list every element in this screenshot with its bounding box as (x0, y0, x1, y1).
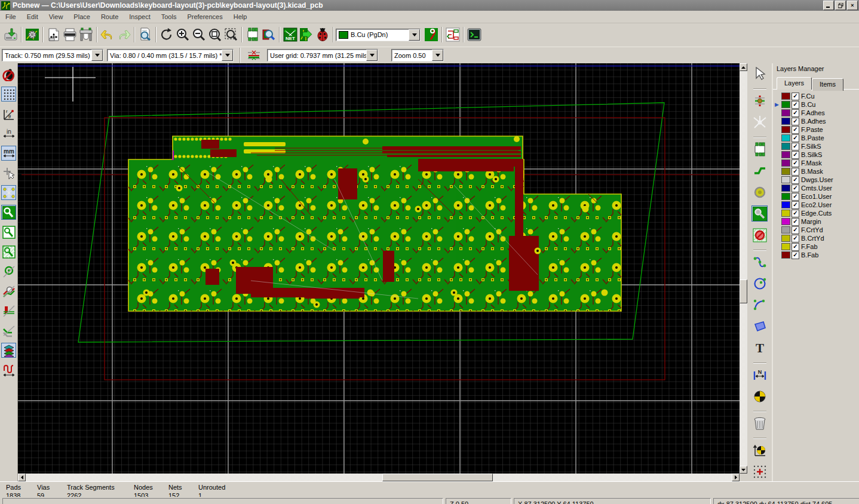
layer-row-f-silks[interactable]: ✓F.SilkS (781, 142, 859, 150)
select-tool-button[interactable] (751, 66, 768, 82)
layer-visibility-checkbox[interactable]: ✓ (791, 251, 799, 259)
scroll-right-button[interactable] (732, 474, 740, 481)
layer-visibility-checkbox[interactable]: ✓ (791, 159, 799, 167)
layer-color-swatch[interactable] (781, 251, 790, 259)
close-button[interactable]: × (847, 1, 858, 10)
zones-outline-toggle[interactable] (1, 225, 16, 239)
layer-row-eco1-user[interactable]: ✓Eco1.User (781, 192, 859, 201)
layer-visibility-checkbox[interactable]: ✓ (791, 185, 799, 192)
vertical-scroll-thumb[interactable] (740, 279, 747, 303)
tab-items[interactable]: Items (812, 78, 843, 91)
layer-color-swatch[interactable] (781, 235, 790, 242)
scripting-console-button[interactable] (466, 27, 482, 43)
layer-visibility-checkbox[interactable]: ✓ (791, 201, 799, 209)
route-tracks-button[interactable] (751, 162, 768, 179)
track-width-dropdown-arrow[interactable] (91, 50, 103, 61)
layer-color-swatch[interactable] (781, 226, 790, 233)
highlight-net-tool-button[interactable] (423, 27, 439, 43)
layer-color-swatch[interactable] (781, 185, 790, 192)
layer-color-swatch[interactable] (781, 210, 790, 217)
restore-button[interactable] (835, 1, 846, 10)
layer-row-eco2-user[interactable]: ✓Eco2.User (781, 201, 859, 209)
menu-route[interactable]: Route (96, 11, 124, 22)
layer-row-b-cu[interactable]: ▶✓B.Cu (781, 100, 859, 109)
zoom-out-button[interactable] (191, 27, 207, 43)
layer-color-swatch[interactable] (781, 109, 790, 116)
scroll-down-button[interactable] (740, 466, 747, 474)
drc-button[interactable] (314, 27, 330, 43)
microwave-tools-button[interactable] (1, 362, 16, 377)
undo-button[interactable] (99, 27, 115, 43)
add-keepout-area-button[interactable] (751, 227, 768, 243)
layer-row-b-paste[interactable]: ✓B.Paste (781, 134, 859, 142)
add-dimension-button[interactable]: N (751, 367, 768, 383)
minimize-button[interactable] (823, 1, 834, 10)
add-footprint-button[interactable] (751, 141, 768, 157)
layer-color-swatch[interactable] (781, 126, 790, 133)
layer-row-f-mask[interactable]: ✓F.Mask (781, 159, 859, 167)
layer-row-edge-cuts[interactable]: ✓Edge.Cuts (781, 209, 859, 217)
menu-preferences[interactable]: Preferences (182, 11, 228, 22)
scroll-up-button[interactable] (740, 63, 747, 71)
tracks-sketch-toggle[interactable] (1, 284, 16, 299)
layer-visibility-checkbox[interactable]: ✓ (791, 93, 799, 100)
layer-color-swatch[interactable] (781, 143, 790, 150)
grid-dropdown-arrow[interactable] (366, 50, 378, 61)
cursor-shape-toggle[interactable] (1, 165, 16, 180)
layer-color-swatch[interactable] (781, 243, 790, 250)
add-target-button[interactable] (751, 388, 768, 404)
board-setup-button[interactable] (24, 27, 40, 43)
auto-track-width-button[interactable] (246, 48, 261, 63)
interactive-router-settings-button[interactable] (444, 27, 461, 43)
outline-display-toggle[interactable] (1, 323, 16, 338)
highlight-net-button[interactable] (751, 93, 768, 109)
layer-row-f-crtyd[interactable]: ✓F.CrtYd (781, 226, 859, 234)
layer-row-f-paste[interactable]: ✓F.Paste (781, 125, 859, 134)
pcb-canvas[interactable] (18, 63, 740, 474)
layer-row-b-crtyd[interactable]: ✓B.CrtYd (781, 234, 859, 242)
layer-visibility-checkbox[interactable]: ✓ (791, 193, 799, 201)
layer-row-b-silks[interactable]: ✓B.SilkS (781, 150, 859, 159)
layer-color-swatch[interactable] (781, 159, 790, 167)
vertical-scrollbar[interactable] (740, 63, 747, 474)
layer-color-swatch[interactable] (781, 118, 790, 125)
delete-tool-button[interactable] (751, 415, 768, 431)
add-graphic-line-button[interactable] (751, 254, 768, 270)
layer-row-b-mask[interactable]: ✓B.Mask (781, 167, 859, 176)
layer-visibility-checkbox[interactable]: ✓ (791, 226, 799, 234)
menu-edit[interactable]: Edit (22, 11, 44, 22)
layer-color-swatch[interactable] (781, 201, 790, 208)
zoom-selector[interactable]: Zoom 0.50 (391, 49, 444, 62)
layer-visibility-checkbox[interactable]: ✓ (791, 143, 799, 150)
menu-inspect[interactable]: Inspect (124, 11, 155, 22)
add-circle-button[interactable] (751, 275, 768, 291)
layer-row-margin[interactable]: ✓Margin (781, 217, 859, 226)
layer-row-dwgs-user[interactable]: ✓Dwgs.User (781, 176, 859, 184)
footprint-editor-button[interactable] (244, 27, 260, 43)
layer-visibility-checkbox[interactable]: ✓ (791, 101, 799, 109)
add-text-button[interactable]: T (751, 340, 768, 356)
layer-row-cmts-user[interactable]: ✓Cmts.User (781, 184, 859, 192)
layer-visibility-checkbox[interactable]: ✓ (791, 151, 799, 159)
layer-visibility-checkbox[interactable]: ✓ (791, 134, 799, 142)
vias-sketch-toggle[interactable] (1, 264, 16, 279)
layer-visibility-checkbox[interactable]: ✓ (791, 118, 799, 125)
via-size-dropdown-arrow[interactable] (222, 50, 233, 61)
local-ratsnest-button[interactable] (751, 114, 768, 130)
save-button[interactable] (2, 27, 19, 43)
zoom-selection-button[interactable] (223, 27, 239, 43)
zoom-dropdown-arrow[interactable] (432, 50, 443, 61)
layer-color-swatch[interactable] (781, 134, 790, 142)
scroll-left-button[interactable] (18, 474, 26, 481)
tab-layers[interactable]: Layers (777, 77, 812, 90)
grid-origin-button[interactable] (751, 463, 768, 480)
layer-color-swatch[interactable] (781, 168, 790, 175)
plot-button[interactable] (78, 27, 94, 43)
layer-visibility-checkbox[interactable]: ✓ (791, 109, 799, 117)
grid-selector[interactable]: User grid: 0.7937 mm (31.25 mils) (267, 49, 378, 62)
polar-coords-toggle[interactable]: rθ (1, 106, 16, 121)
layer-color-swatch[interactable] (781, 93, 790, 100)
layer-row-b-adhes[interactable]: ✓B.Adhes (781, 117, 859, 125)
zoom-in-button[interactable] (174, 27, 191, 43)
update-pcb-from-schematic-button[interactable] (298, 27, 314, 43)
